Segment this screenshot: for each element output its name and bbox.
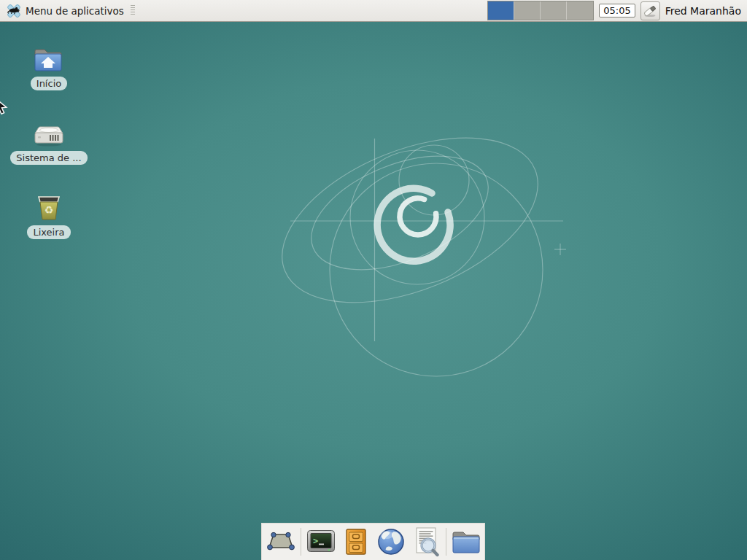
file-cabinet-launcher[interactable] [341,526,371,558]
filesystem-drive-icon [32,121,66,149]
desktop-icon-label: Início [31,77,67,90]
desktop-icon-home[interactable]: Início [31,41,67,90]
workspace-1[interactable] [488,1,514,20]
workspace-3[interactable] [541,1,567,20]
desktop-icon-label: Lixeira [27,225,70,239]
terminal-launcher[interactable]: > [306,526,336,558]
desktop: Início Sistema de ... [0,22,747,560]
terminal-icon: > [306,529,336,554]
file-manager-launcher[interactable] [451,526,481,558]
panel-plugin-button[interactable] [640,1,660,20]
desktop-icon-filesystem[interactable]: Sistema de ... [10,115,87,165]
svg-text:>: > [313,536,318,546]
wallpaper-lines-artwork [0,22,747,560]
file-manager-folder-icon [451,529,481,554]
desktop-icon-label: Sistema de ... [10,151,87,165]
show-desktop-icon [266,531,295,553]
show-desktop-button[interactable] [266,526,296,558]
username-label: Fred Maranhão [665,5,741,17]
pen-icon [642,3,658,19]
workspace-4[interactable] [567,1,593,20]
workspace-2[interactable] [514,1,541,20]
debian-swirl [377,188,450,261]
desktop-icon-trash[interactable]: ♻ Lixeira [27,190,70,239]
home-folder-icon [33,44,65,74]
web-browser-launcher[interactable] [376,526,406,558]
applications-menu-button[interactable]: Menu de aplicativos [0,0,141,21]
panel-grip-handle[interactable] [131,5,135,16]
desktop-icon-column: Início Sistema de ... [18,41,80,239]
applications-menu-label: Menu de aplicativos [26,5,124,17]
clock[interactable]: 05:05 [599,4,635,18]
top-panel: Menu de aplicativos 05:05 Fred Maranhão [0,0,747,22]
dock-panel: > [261,523,485,560]
dock-separator [301,528,301,556]
file-cabinet-icon [344,528,368,556]
web-browser-globe-icon [376,527,406,556]
workspace-switcher [487,1,594,20]
svg-text:♻: ♻ [44,204,54,216]
panel-right-area: 05:05 Fred Maranhão [487,0,747,21]
application-finder-launcher[interactable] [411,526,441,558]
trash-bin-icon: ♻ [34,192,64,223]
xfce-mouse-logo-icon [6,3,22,19]
document-search-icon [412,526,440,557]
mouse-cursor [0,98,12,117]
dock-separator [446,528,446,556]
